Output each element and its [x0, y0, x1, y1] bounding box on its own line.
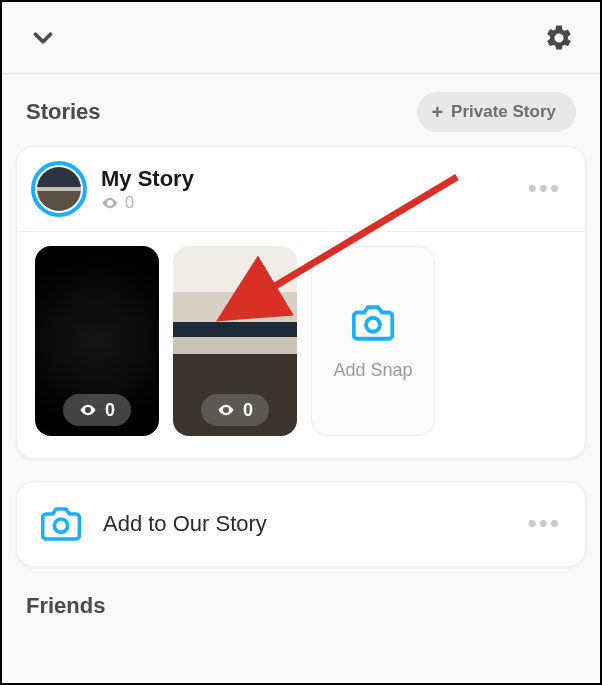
gear-icon[interactable]: [544, 23, 574, 53]
private-story-button[interactable]: + Private Story: [417, 92, 576, 132]
my-story-text: My Story 0: [101, 166, 522, 212]
add-snap-label: Add Snap: [333, 360, 412, 381]
my-story-card: My Story 0 ••• 0: [16, 146, 586, 459]
svg-point-1: [54, 519, 67, 532]
more-icon[interactable]: •••: [522, 181, 567, 197]
snap-view-badge: 0: [63, 394, 131, 426]
eye-icon: [79, 401, 97, 419]
snap-thumbnail[interactable]: 0: [173, 246, 297, 436]
friends-title: Friends: [26, 593, 576, 619]
friends-header: Friends: [2, 567, 600, 619]
snap-view-badge: 0: [201, 394, 269, 426]
my-story-avatar-ring: [31, 161, 87, 217]
plus-icon: +: [431, 102, 443, 122]
eye-icon: [101, 194, 119, 212]
add-snap-tile[interactable]: Add Snap: [311, 246, 435, 436]
my-story-row[interactable]: My Story 0 •••: [17, 147, 585, 231]
camera-icon: [35, 498, 87, 550]
snap-view-number: 0: [105, 400, 115, 421]
stories-title: Stories: [26, 99, 101, 125]
my-story-viewcount: 0: [101, 194, 522, 212]
top-bar: [2, 2, 600, 74]
my-story-avatar: [37, 167, 81, 211]
chevron-down-icon[interactable]: [28, 23, 58, 53]
more-icon[interactable]: •••: [522, 516, 567, 532]
stories-header: Stories + Private Story: [2, 74, 600, 142]
camera-icon: [352, 302, 394, 348]
snaps-row: 0 0 Add Snap: [17, 232, 585, 458]
eye-icon: [217, 401, 235, 419]
our-story-title: Add to Our Story: [103, 511, 522, 537]
app-root: Stories + Private Story My Story 0 •••: [0, 0, 602, 685]
snap-view-number: 0: [243, 400, 253, 421]
svg-point-0: [366, 317, 380, 331]
snap-thumbnail[interactable]: 0: [35, 246, 159, 436]
our-story-card[interactable]: Add to Our Story •••: [16, 481, 586, 567]
my-story-title: My Story: [101, 166, 522, 192]
my-story-view-number: 0: [125, 194, 134, 212]
private-story-label: Private Story: [451, 102, 556, 122]
